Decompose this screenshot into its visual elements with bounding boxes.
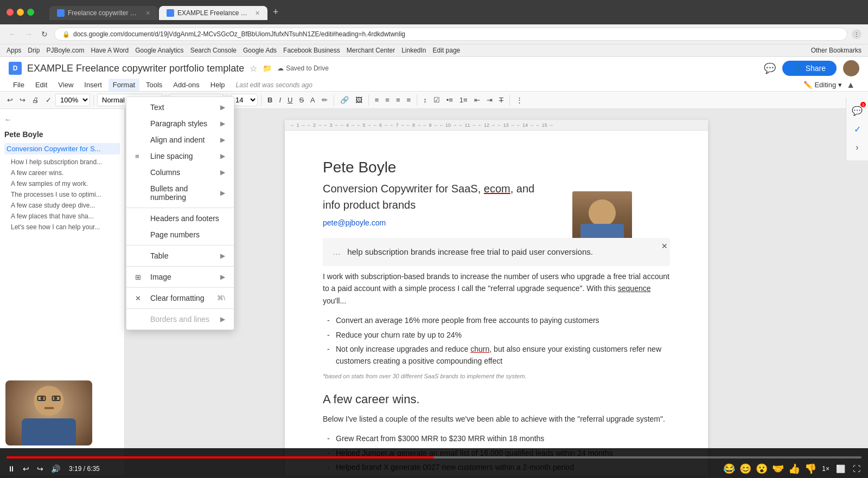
bullet-list-button[interactable]: •≡ [444, 94, 456, 106]
strikethrough-button[interactable]: S [296, 94, 307, 106]
bookmark-facebook[interactable]: Facebook Business [283, 47, 340, 54]
address-bar[interactable]: 🔒 docs.google.com/document/d/19jVdgAnmL2… [54, 28, 847, 41]
text-color-button[interactable]: A [308, 94, 318, 106]
sidebar-item-5[interactable]: A few case study deep dive... [4, 200, 120, 211]
comments-icon[interactable]: 💬 [764, 62, 776, 74]
bookmark-pjboyle[interactable]: PJBoyle.com [46, 47, 84, 54]
play-pause-button[interactable]: ⏸ [7, 463, 16, 474]
tab-2[interactable]: EXAMPLE Freelance copywrit... ✕ [159, 6, 267, 20]
reload-button[interactable]: ↻ [39, 29, 50, 40]
underline-button[interactable]: U [285, 94, 295, 106]
share-button[interactable]: 👤 Share [782, 61, 837, 76]
extensions-icon[interactable]: ⋮ [852, 29, 861, 39]
sequence-link[interactable]: sequence [618, 284, 651, 293]
line-spacing-button[interactable]: ↕ [420, 94, 430, 106]
callout-close-icon[interactable]: ✕ [661, 240, 668, 252]
skip-back-button[interactable]: ↩ [22, 463, 30, 474]
italic-button[interactable]: I [276, 94, 284, 106]
checklist-button[interactable]: ☑ [431, 94, 443, 106]
right-panel-comments[interactable]: 💬 3 [848, 109, 866, 119]
skip-forward-button[interactable]: ↪ [36, 463, 44, 474]
align-right-button[interactable]: ≡ [393, 94, 403, 106]
menu-file[interactable]: File [9, 79, 29, 91]
bookmark-linkedin[interactable]: LinkedIn [401, 47, 426, 54]
forward-button[interactable]: → [23, 29, 35, 40]
numbered-list-button[interactable]: 1≡ [457, 94, 470, 106]
sidebar-item-4[interactable]: The processes I use to optimi... [4, 189, 120, 200]
menu-format[interactable]: Format [108, 79, 139, 91]
emoji-thumbsdown[interactable]: 👎 [805, 463, 816, 475]
tab-1[interactable]: Freelance copywriter portfoli... ✕ [49, 6, 158, 20]
new-tab-button[interactable]: + [269, 4, 283, 20]
right-panel-checkmark[interactable]: ✓ [848, 120, 866, 138]
editing-status[interactable]: ✏️ Editing ▾ [803, 81, 842, 89]
justify-button[interactable]: ≡ [404, 94, 414, 106]
more-options-button[interactable]: ⋮ [513, 94, 526, 106]
format-menu-bullets[interactable]: Bullets and numbering ▶ [126, 180, 234, 205]
emoji-handshake[interactable]: 🤝 [772, 463, 784, 475]
back-button[interactable]: ← [7, 29, 18, 40]
video-progress-bar[interactable] [7, 456, 861, 458]
format-menu-text[interactable]: Text ▶ [126, 99, 234, 115]
menu-help[interactable]: Help [206, 79, 229, 91]
link-button[interactable]: 🔗 [337, 94, 352, 106]
bold-button[interactable]: B [265, 94, 275, 106]
menu-edit[interactable]: Edit [31, 79, 52, 91]
tab-close-1[interactable]: ✕ [145, 10, 150, 17]
align-center-button[interactable]: ≡ [382, 94, 392, 106]
menu-tools[interactable]: Tools [142, 79, 167, 91]
zoom-select[interactable]: 100% [55, 94, 90, 106]
bookmark-analytics[interactable]: Google Analytics [135, 47, 183, 54]
sidebar-item-active[interactable]: Conversion Copywriter for S... [4, 143, 120, 154]
document-title[interactable]: EXAMPLE Freelance copywriter portfolio t… [27, 63, 244, 74]
bookmark-search-console[interactable]: Search Console [190, 47, 237, 54]
format-menu-page-numbers[interactable]: Page numbers [126, 227, 234, 243]
format-menu-columns[interactable]: Columns ▶ [126, 164, 234, 180]
sidebar-item-6[interactable]: A few places that have sha... [4, 211, 120, 222]
sidebar-item-7[interactable]: Let's see how I can help your... [4, 222, 120, 232]
format-menu-image[interactable]: ⊞ Image ▶ [126, 269, 234, 285]
clear-format-button[interactable]: T̶ [496, 94, 506, 106]
minimize-button[interactable] [17, 9, 24, 16]
emoji-thumbsup[interactable]: 👍 [788, 463, 800, 475]
font-size-select[interactable]: 14 [231, 94, 258, 106]
emoji-laugh[interactable]: 😂 [723, 463, 735, 475]
undo-button[interactable]: ↩ [4, 94, 16, 106]
format-menu-headers-footers[interactable]: Headers and footers [126, 210, 234, 227]
format-menu-clear-formatting[interactable]: ✕ Clear formatting ⌘\ [126, 290, 234, 306]
maximize-button[interactable] [27, 9, 34, 16]
fullscreen-button[interactable]: ⛶ [852, 463, 861, 474]
redo-button[interactable]: ↪ [17, 94, 28, 106]
sidebar-item-3[interactable]: A few samples of my work. [4, 178, 120, 189]
sidebar-back-button[interactable]: ← [4, 115, 120, 124]
chevron-up-icon[interactable]: ▲ [846, 80, 855, 90]
bookmark-apps[interactable]: Apps [7, 47, 21, 54]
insert-image-button[interactable]: 🖼 [353, 94, 365, 106]
increase-indent-button[interactable]: ⇥ [484, 94, 495, 106]
emoji-smile[interactable]: 😊 [739, 463, 751, 475]
highlight-button[interactable]: ✏ [319, 94, 330, 106]
decrease-indent-button[interactable]: ⇤ [471, 94, 483, 106]
playback-speed-button[interactable]: 1× [822, 465, 829, 473]
bookmark-other[interactable]: Other Bookmarks [811, 47, 861, 54]
page-area[interactable]: ← 1 → ← 2 → ← 3 → ← 4 → ← 5 → ← 6 → ← 7 … [125, 109, 868, 475]
sidebar-item-2[interactable]: A few career wins. [4, 167, 120, 178]
bookmark-merchant[interactable]: Merchant Center [347, 47, 395, 54]
right-panel-arrow[interactable]: › [848, 139, 866, 156]
close-button[interactable] [7, 9, 14, 16]
menu-insert[interactable]: Insert [80, 79, 106, 91]
user-avatar[interactable] [843, 60, 859, 76]
format-menu-paragraph-styles[interactable]: Paragraph styles ▶ [126, 115, 234, 132]
churn-link[interactable]: churn [470, 345, 489, 353]
format-menu-line-spacing[interactable]: ≡ Line spacing ▶ [126, 148, 234, 164]
bookmark-drip[interactable]: Drip [28, 47, 40, 54]
bookmark-haveaword[interactable]: Have A Word [91, 47, 129, 54]
tab-close-2[interactable]: ✕ [255, 10, 260, 17]
volume-button[interactable]: 🔊 [50, 463, 61, 474]
format-menu-table[interactable]: Table ▶ [126, 248, 234, 264]
bookmark-editpage[interactable]: Edit page [433, 47, 461, 54]
spellcheck-button[interactable]: ✓ [43, 94, 54, 106]
sidebar-item-1[interactable]: How I help subscription brand... [4, 157, 120, 167]
menu-addons[interactable]: Add-ons [169, 79, 203, 91]
menu-view[interactable]: View [54, 79, 78, 91]
